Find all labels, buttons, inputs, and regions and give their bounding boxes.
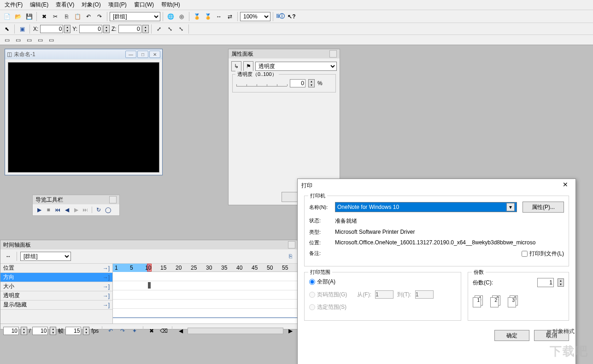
axis1-icon[interactable]: ⤢ bbox=[154, 24, 164, 34]
save-icon[interactable]: 💾 bbox=[24, 12, 34, 22]
tl-prop-显示/隐藏[interactable]: 显示/隐藏→] bbox=[0, 300, 112, 310]
z-spinner[interactable]: ▲▼ bbox=[142, 25, 149, 33]
tl-prev-key-icon[interactable]: ↶ bbox=[106, 326, 116, 336]
tl-group-combo[interactable]: [群组] bbox=[20, 252, 71, 261]
dialog-close-icon[interactable]: ✕ bbox=[559, 181, 572, 190]
menu-edit[interactable]: 编辑(E) bbox=[26, 0, 52, 10]
dialog-titlebar[interactable]: 打印 ✕ bbox=[298, 179, 575, 192]
view3-icon[interactable]: ▭ bbox=[24, 35, 34, 45]
nav-close-icon[interactable] bbox=[109, 196, 117, 203]
prop-btn2-icon[interactable]: ⚑ bbox=[243, 61, 253, 71]
target-icon[interactable]: ◎ bbox=[176, 12, 187, 22]
cursor-icon[interactable]: ⬉ bbox=[2, 24, 12, 34]
cycle-icon[interactable]: ◯ bbox=[104, 206, 112, 214]
medal1-icon[interactable]: 🏅 bbox=[192, 12, 202, 22]
opacity-spinner[interactable]: ▲▼ bbox=[308, 79, 315, 87]
first-icon[interactable]: ⏮ bbox=[54, 206, 61, 214]
axis3-icon[interactable]: ⤡ bbox=[176, 24, 186, 34]
copies-input[interactable] bbox=[537, 278, 554, 287]
prop-close-icon[interactable] bbox=[329, 50, 337, 58]
tl-ruler[interactable]: 151015202530354045505560 bbox=[113, 264, 298, 272]
range-all-radio[interactable] bbox=[309, 279, 315, 285]
tl-track[interactable] bbox=[113, 272, 298, 281]
tl-fps-input[interactable] bbox=[65, 327, 81, 335]
keyframe-icon[interactable] bbox=[148, 282, 151, 289]
tl-scroll-right-icon[interactable]: ▶ bbox=[285, 326, 295, 336]
menu-file[interactable]: 文件(F) bbox=[1, 0, 26, 10]
timeline-close-icon[interactable] bbox=[288, 241, 295, 248]
printer-combo[interactable]: OneNote for Windows 10 ▾ bbox=[335, 202, 517, 212]
tl-track[interactable] bbox=[113, 281, 298, 290]
maximize-icon[interactable]: □ bbox=[137, 51, 148, 58]
menu-window[interactable]: 窗口(W) bbox=[130, 0, 158, 10]
bounds-icon[interactable]: ▣ bbox=[17, 24, 27, 34]
redo-icon[interactable]: ↷ bbox=[94, 12, 105, 22]
x-spinner[interactable]: ▲▼ bbox=[64, 25, 70, 33]
medal2-icon[interactable]: 🏅 bbox=[203, 12, 213, 22]
tl-del-key-icon[interactable]: ✖ bbox=[147, 326, 157, 336]
tl-end-input[interactable] bbox=[32, 327, 48, 335]
prop-btn1-icon[interactable]: ↳ bbox=[231, 61, 241, 71]
info-icon[interactable]: lіⓘ bbox=[276, 12, 286, 22]
delete-icon[interactable]: ✖ bbox=[39, 12, 49, 22]
tl-copy-icon[interactable]: ⎘ bbox=[285, 251, 295, 261]
link-icon[interactable]: ↔ bbox=[214, 12, 224, 22]
properties-button[interactable]: 属性(P)... bbox=[523, 202, 564, 213]
tl-prop-透明度[interactable]: 透明度→] bbox=[0, 291, 112, 300]
tl-prop-方向[interactable]: 方向→] bbox=[0, 273, 112, 282]
view1-icon[interactable]: ▭ bbox=[2, 35, 12, 45]
tl-tracks[interactable]: 151015202530354045505560 bbox=[113, 264, 298, 324]
y-spinner[interactable]: ▲▼ bbox=[103, 25, 110, 33]
canvas[interactable] bbox=[8, 62, 159, 173]
copy-icon[interactable]: ⎘ bbox=[61, 12, 71, 22]
new-doc-icon[interactable]: 📄 bbox=[2, 12, 12, 22]
cut-icon[interactable]: ✂ bbox=[50, 12, 60, 22]
chevron-down-icon[interactable]: ▾ bbox=[506, 203, 515, 211]
menu-object[interactable]: 对象(O) bbox=[78, 0, 104, 10]
opacity-input[interactable] bbox=[290, 79, 305, 87]
zoom-combo[interactable]: 100% bbox=[240, 12, 270, 21]
print-to-file-checkbox[interactable] bbox=[522, 251, 528, 257]
tl-arrow-icon[interactable]: ↔ bbox=[3, 251, 13, 261]
tl-prop-位置[interactable]: 位置→] bbox=[0, 264, 112, 273]
tl-track[interactable] bbox=[113, 300, 298, 309]
menu-view[interactable]: 查看(V) bbox=[52, 0, 78, 10]
tl-track[interactable] bbox=[113, 309, 298, 318]
last-icon[interactable]: ⏭ bbox=[82, 206, 89, 214]
view2-icon[interactable]: ▭ bbox=[13, 35, 23, 45]
tl-add-key-icon[interactable]: ✦ bbox=[129, 326, 140, 336]
prev-icon[interactable]: ◀ bbox=[63, 206, 70, 214]
menu-help[interactable]: 帮助(H) bbox=[158, 0, 184, 10]
group-combo[interactable]: [群组] bbox=[110, 12, 160, 21]
x-input[interactable] bbox=[40, 25, 63, 33]
chain-icon[interactable]: ⇄ bbox=[225, 12, 235, 22]
tl-track[interactable] bbox=[113, 290, 298, 300]
close-icon[interactable]: ✕ bbox=[149, 51, 160, 58]
tl-end-spinner[interactable]: ▲▼ bbox=[50, 327, 56, 335]
undo-icon[interactable]: ↶ bbox=[83, 12, 94, 22]
copies-spinner[interactable]: ▲▼ bbox=[558, 278, 564, 287]
menu-project[interactable]: 项目(P) bbox=[105, 0, 130, 10]
paste-icon[interactable]: 📋 bbox=[72, 12, 82, 22]
ok-button[interactable]: 确定 bbox=[494, 330, 529, 341]
object-style-label[interactable]: ⊞ 对象样式 bbox=[547, 328, 575, 335]
tl-prop-大小[interactable]: 大小→] bbox=[0, 282, 112, 291]
globe-icon[interactable]: 🌐 bbox=[165, 12, 176, 22]
next-icon[interactable]: ▶ bbox=[72, 206, 80, 214]
tl-scrollbar[interactable] bbox=[188, 328, 283, 334]
doc-titlebar[interactable]: ◫ 未命名-1 — □ ✕ bbox=[5, 49, 162, 59]
open-icon[interactable]: 📂 bbox=[13, 12, 23, 22]
opacity-slider[interactable] bbox=[236, 80, 287, 87]
tl-next-key-icon[interactable]: ↷ bbox=[117, 326, 128, 336]
tl-start-spinner[interactable]: ▲▼ bbox=[21, 327, 27, 335]
help-icon[interactable]: ↖? bbox=[287, 12, 297, 22]
axis2-icon[interactable]: ⤡ bbox=[165, 24, 175, 34]
view5-icon[interactable]: ▭ bbox=[46, 35, 56, 45]
z-input[interactable] bbox=[118, 25, 141, 33]
prop-combo[interactable]: 透明度 bbox=[255, 62, 337, 71]
tl-fps-spinner[interactable]: ▲▼ bbox=[83, 327, 89, 335]
y-input[interactable] bbox=[79, 25, 102, 33]
tl-start-input[interactable] bbox=[3, 327, 19, 335]
tl-scroll-left-icon[interactable]: ◀ bbox=[176, 326, 186, 336]
tl-clear-icon[interactable]: ⌫ bbox=[159, 326, 169, 336]
